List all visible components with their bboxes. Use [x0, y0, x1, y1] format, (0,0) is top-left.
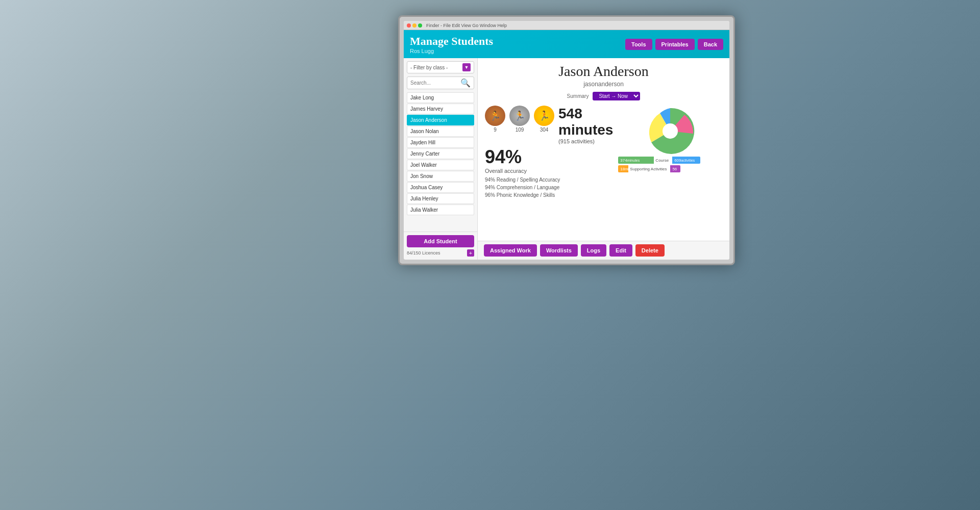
left-stats: 🏃 9 🏃 109 🏃 304: [485, 106, 613, 203]
licence-info: 84/150 Licences +: [407, 249, 474, 257]
supporting-label: Supporting Activities: [630, 167, 667, 171]
wordlists-button[interactable]: Wordlists: [540, 244, 578, 257]
student-item-jon-snow[interactable]: Jon Snow: [407, 171, 474, 182]
student-panel: Jason Anderson jasonanderson Summary Sta…: [478, 58, 729, 260]
bronze-badge-circle: 🏃: [485, 106, 505, 126]
bronze-count: 9: [494, 127, 497, 133]
search-icon: 🔍: [460, 78, 471, 88]
student-list[interactable]: Jake Long James Harvey Jason Anderson Ja…: [404, 91, 477, 232]
student-sidebar: - Filter by class - ▼ 🔍 Jake Long James …: [404, 58, 478, 260]
search-box[interactable]: 🔍: [407, 76, 474, 89]
maximize-dot[interactable]: [418, 23, 422, 28]
delete-button[interactable]: Delete: [635, 244, 665, 257]
monitor-bezel: Finder - File Edit View Go Window Help M…: [398, 15, 735, 265]
summary-bar: Summary Start → Now Last 30 days This te…: [485, 92, 722, 100]
titlebar-controls: [407, 23, 422, 28]
student-item-julia-henley[interactable]: Julia Henley: [407, 193, 474, 204]
app-subtitle: Ros Lugg: [410, 48, 493, 54]
student-item-joshua-casey[interactable]: Joshua Casey: [407, 182, 474, 193]
app-title-area: Manage Students Ros Lugg: [410, 35, 493, 54]
printables-button[interactable]: Printables: [655, 39, 695, 50]
window-title: Finder - File Edit View Go Window Help: [426, 23, 507, 28]
activities-count: (915 activities): [558, 138, 613, 144]
licence-text: 84/150 Licences: [407, 250, 440, 256]
accuracy-detail-1: 94% Reading / Spelling Accuracy: [485, 176, 613, 184]
licence-plus-button[interactable]: +: [467, 249, 474, 257]
app-main: - Filter by class - ▼ 🔍 Jake Long James …: [404, 58, 729, 260]
accuracy-details: 94% Reading / Spelling Accuracy 94% Comp…: [485, 176, 613, 199]
app-header: Manage Students Ros Lugg Tools Printable…: [404, 30, 729, 58]
accuracy-detail-2: 94% Comprehension / Language: [485, 184, 613, 191]
student-item-julia-walker[interactable]: Julia Walker: [407, 205, 474, 215]
pie-chart: [645, 106, 696, 157]
course-activities-bar: 609activities: [672, 157, 700, 164]
course-label: Course: [655, 158, 669, 163]
app-title: Manage Students: [410, 35, 493, 48]
assigned-work-button[interactable]: Assigned Work: [484, 244, 537, 257]
supporting-minutes-bar: 18min: [618, 165, 628, 172]
minimize-dot[interactable]: [412, 23, 416, 28]
accuracy-detail-3: 96% Phonic Knowledge / Skills: [485, 191, 613, 199]
student-item-jake-long[interactable]: Jake Long: [407, 92, 474, 103]
filter-dropdown[interactable]: - Filter by class - ▼: [407, 61, 474, 73]
student-item-joel-walker[interactable]: Joel Walker: [407, 160, 474, 170]
action-buttons: Assigned Work Wordlists Logs Edit Delete: [478, 241, 729, 260]
silver-badge-circle: 🏃: [509, 106, 530, 126]
close-dot[interactable]: [407, 23, 411, 28]
accuracy-label: Overall accuracy: [485, 168, 613, 174]
course-minutes-bar: 374minutes: [618, 157, 654, 164]
student-item-jayden-hill[interactable]: Jayden Hill: [407, 137, 474, 148]
content-row: 🏃 9 🏃 109 🏃 304: [485, 106, 722, 203]
accuracy-block: 94% Overall accuracy 94% Reading / Spell…: [485, 146, 613, 199]
header-buttons: Tools Printables Back: [625, 39, 723, 50]
badge-bronze: 🏃 9: [485, 106, 505, 144]
back-button[interactable]: Back: [698, 39, 723, 50]
filter-label: - Filter by class -: [410, 65, 460, 70]
right-chart: 374minutes Course 609activities 18min Su…: [618, 106, 722, 203]
svg-point-0: [663, 123, 678, 139]
sidebar-bottom: Add Student 84/150 Licences +: [404, 232, 477, 260]
accuracy-number: 94%: [485, 146, 613, 168]
student-item-jason-nolan[interactable]: Jason Nolan: [407, 126, 474, 137]
tools-button[interactable]: Tools: [625, 39, 652, 50]
supporting-bar-row: 18min Supporting Activities 56: [618, 165, 722, 172]
chart-bars: 374minutes Course 609activities 18min Su…: [618, 157, 722, 174]
monitor: Finder - File Edit View Go Window Help M…: [398, 15, 745, 332]
add-student-button[interactable]: Add Student: [407, 235, 474, 247]
summary-label: Summary: [567, 93, 589, 99]
logs-button[interactable]: Logs: [581, 244, 606, 257]
minutes-block: 548 minutes (915 activities): [558, 106, 613, 144]
student-panel-scroll[interactable]: Jason Anderson jasonanderson Summary Sta…: [478, 58, 729, 241]
badge-gold: 🏃 304: [534, 106, 554, 144]
course-bar-row: 374minutes Course 609activities: [618, 157, 722, 164]
silver-count: 109: [516, 127, 524, 133]
student-item-james-harvey[interactable]: James Harvey: [407, 104, 474, 114]
student-item-jenny-carter[interactable]: Jenny Carter: [407, 148, 474, 159]
edit-button[interactable]: Edit: [609, 244, 632, 257]
badge-silver: 🏃 109: [509, 106, 530, 144]
window-titlebar: Finder - File Edit View Go Window Help: [404, 21, 729, 30]
search-input[interactable]: [410, 80, 460, 86]
student-item-jason-anderson[interactable]: Jason Anderson: [407, 115, 474, 125]
student-username: jasonanderson: [485, 81, 722, 88]
gold-badge-circle: 🏃: [534, 106, 554, 126]
app-window: Finder - File Edit View Go Window Help M…: [404, 21, 729, 260]
student-name: Jason Anderson: [485, 63, 722, 80]
minutes-number: 548 minutes: [558, 106, 613, 138]
supporting-activities-bar: 56: [670, 165, 680, 172]
filter-arrow-icon: ▼: [462, 63, 471, 71]
badges-row: 🏃 9 🏃 109 🏃 304: [485, 106, 613, 144]
time-range-dropdown[interactable]: Start → Now Last 30 days This term: [593, 92, 640, 100]
gold-count: 304: [540, 127, 549, 133]
